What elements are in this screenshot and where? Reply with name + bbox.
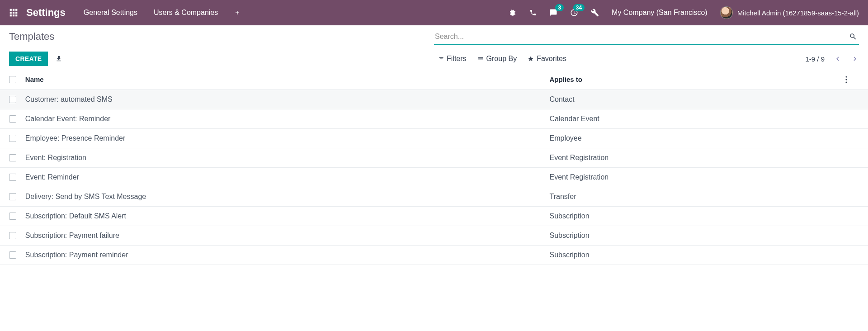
- company-switcher[interactable]: My Company (San Francisco): [612, 9, 708, 17]
- menu-users-companies[interactable]: Users & Companies: [154, 9, 218, 17]
- column-header-applies[interactable]: Applies to: [549, 76, 845, 83]
- navbar-right: 3 34 My Company (San Francisco) Mitchell…: [509, 6, 859, 19]
- tools-icon[interactable]: [591, 9, 599, 17]
- cell-name: Subscription: Payment failure: [25, 232, 550, 240]
- svg-point-10: [846, 79, 847, 80]
- table-row[interactable]: Employee: Presence ReminderEmployee: [0, 129, 868, 148]
- star-icon: [528, 56, 534, 62]
- svg-rect-1: [13, 9, 14, 11]
- user-name: Mitchell Admin (16271859-saas-15-2-all): [737, 9, 859, 17]
- import-button[interactable]: [55, 55, 62, 62]
- phone-icon[interactable]: [529, 9, 537, 16]
- chevron-left-icon: [834, 55, 842, 63]
- activities-badge: 34: [573, 4, 585, 11]
- table-row[interactable]: Customer: automated SMSContact: [0, 90, 868, 109]
- groupby-menu[interactable]: Group By: [477, 55, 517, 63]
- table-row[interactable]: Subscription: Payment failureSubscriptio…: [0, 226, 868, 246]
- table-row[interactable]: Subscription: Payment reminderSubscripti…: [0, 246, 868, 265]
- row-checkbox[interactable]: [9, 115, 16, 123]
- list-view: Name Applies to Customer: automated SMSC…: [0, 69, 868, 265]
- filters-menu[interactable]: Filters: [439, 55, 467, 63]
- svg-rect-5: [15, 12, 17, 14]
- menu-general-settings[interactable]: General Settings: [84, 9, 137, 17]
- cell-applies: Contact: [549, 95, 845, 104]
- menu-new-icon[interactable]: [234, 9, 241, 16]
- cell-applies: Event Registration: [549, 173, 845, 181]
- table-row[interactable]: Calendar Event: ReminderCalendar Event: [0, 109, 868, 129]
- column-header-name[interactable]: Name: [25, 76, 550, 83]
- list-icon: [477, 56, 484, 62]
- svg-rect-0: [10, 9, 12, 11]
- app-name[interactable]: Settings: [26, 7, 66, 19]
- select-all-checkbox[interactable]: [9, 76, 16, 83]
- groupby-label: Group By: [486, 55, 517, 63]
- svg-rect-3: [10, 12, 12, 14]
- navbar: Settings General Settings Users & Compan…: [0, 0, 868, 25]
- row-checkbox[interactable]: [9, 213, 16, 220]
- filter-icon: [439, 56, 444, 61]
- avatar: [720, 6, 733, 19]
- search-bar: [434, 31, 859, 45]
- kebab-icon: [845, 76, 847, 83]
- row-checkbox[interactable]: [9, 193, 16, 200]
- svg-rect-6: [10, 14, 12, 16]
- table-row[interactable]: Subscription: Default SMS AlertSubscript…: [0, 207, 868, 226]
- pager-next[interactable]: [851, 55, 859, 63]
- svg-rect-8: [15, 14, 17, 16]
- cell-name: Event: Registration: [25, 154, 550, 162]
- activities-icon[interactable]: 34: [570, 9, 578, 17]
- list-header: Name Applies to: [0, 69, 868, 90]
- page-title: Templates: [9, 31, 434, 43]
- apps-icon[interactable]: [9, 8, 18, 17]
- table-row[interactable]: Event: RegistrationEvent Registration: [0, 148, 868, 168]
- cell-applies: Subscription: [549, 212, 845, 220]
- debug-icon[interactable]: [509, 9, 517, 17]
- search-button[interactable]: [847, 31, 859, 43]
- svg-point-9: [846, 76, 847, 77]
- favorites-menu[interactable]: Favorites: [528, 55, 566, 63]
- cell-name: Subscription: Default SMS Alert: [25, 212, 550, 220]
- svg-point-11: [846, 81, 847, 83]
- table-row[interactable]: Event: ReminderEvent Registration: [0, 168, 868, 187]
- row-checkbox[interactable]: [9, 251, 16, 259]
- cell-name: Employee: Presence Reminder: [25, 134, 550, 142]
- cell-applies: Transfer: [549, 193, 845, 201]
- cell-name: Customer: automated SMS: [25, 95, 550, 104]
- cell-name: Delivery: Send by SMS Text Message: [25, 193, 550, 201]
- search-input[interactable]: [434, 31, 847, 43]
- row-checkbox[interactable]: [9, 96, 16, 103]
- favorites-label: Favorites: [537, 55, 566, 63]
- pager-value[interactable]: 1-9 / 9: [805, 55, 825, 63]
- cell-applies: Employee: [549, 134, 845, 142]
- svg-rect-4: [13, 12, 14, 14]
- filters-label: Filters: [447, 55, 467, 63]
- chevron-right-icon: [851, 55, 859, 63]
- row-checkbox[interactable]: [9, 135, 16, 142]
- pager-prev[interactable]: [834, 55, 842, 63]
- cell-applies: Subscription: [549, 232, 845, 240]
- user-menu[interactable]: Mitchell Admin (16271859-saas-15-2-all): [720, 6, 859, 19]
- cell-applies: Event Registration: [549, 154, 845, 162]
- table-row[interactable]: Delivery: Send by SMS Text MessageTransf…: [0, 187, 868, 207]
- optional-columns-button[interactable]: [845, 76, 859, 83]
- control-panel: Templates CREATE Filters: [0, 25, 868, 69]
- row-checkbox[interactable]: [9, 232, 16, 239]
- cell-applies: Calendar Event: [549, 115, 845, 123]
- cell-applies: Subscription: [549, 251, 845, 259]
- cell-name: Subscription: Payment reminder: [25, 251, 550, 259]
- messages-badge: 3: [555, 4, 564, 11]
- cell-name: Event: Reminder: [25, 173, 550, 181]
- messages-icon[interactable]: 3: [549, 9, 557, 17]
- svg-rect-2: [15, 9, 17, 11]
- row-checkbox[interactable]: [9, 154, 16, 161]
- row-checkbox[interactable]: [9, 174, 16, 181]
- create-button[interactable]: CREATE: [9, 52, 48, 66]
- svg-rect-7: [13, 14, 14, 16]
- cell-name: Calendar Event: Reminder: [25, 115, 550, 123]
